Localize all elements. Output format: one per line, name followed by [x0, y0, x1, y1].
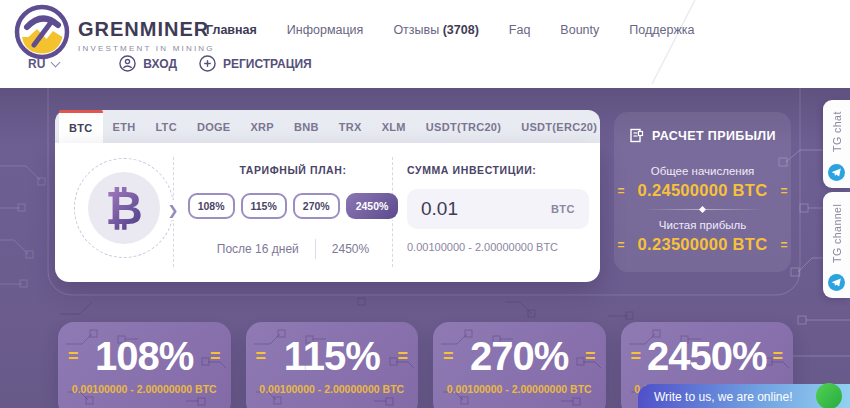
account-row: RU ВХОД РЕГИСТРАЦИЯ	[28, 55, 312, 72]
profit-divider	[643, 209, 763, 210]
card-percent-row: = 115% =	[246, 336, 419, 376]
card-range: 0.00100000 - 2.00000000 BTC	[246, 383, 419, 395]
register-button[interactable]: РЕГИСТРАЦИЯ	[199, 55, 312, 72]
plan-card-270[interactable]: = 270% = 0.00100000 - 2.00000000 BTC	[433, 322, 606, 408]
profit-net-label: Чистая прибыль	[614, 219, 791, 231]
tab-usdt-erc20[interactable]: USDT(ERC20)	[511, 110, 607, 143]
card-range: 0.00100000 - 2.00000000 BTC	[58, 383, 231, 395]
term-divider	[315, 239, 316, 259]
profit-net-value: 0.23500000 BTC	[638, 235, 768, 254]
card-percent: 270%	[454, 336, 585, 376]
amount-currency: BTC	[551, 203, 575, 215]
chevron-right-icon: ❯	[165, 200, 181, 220]
equals-icon: =	[780, 184, 787, 198]
plan-card-108[interactable]: = 108% = 0.00100000 - 2.00000000 BTC	[58, 322, 231, 408]
amount-input-wrap: BTC	[407, 189, 589, 229]
amount-range: 0.00100000 - 2.00000000 BTC	[407, 241, 589, 253]
language-value: RU	[28, 57, 45, 71]
equals-icon: =	[68, 346, 79, 367]
equals-icon: =	[618, 238, 625, 252]
receipt-icon	[629, 128, 644, 143]
plus-circle-icon	[199, 55, 216, 72]
tab-usdt-trc20[interactable]: USDT(TRC20)	[416, 110, 511, 143]
btc-symbol: ₿	[105, 185, 143, 231]
chat-widget[interactable]: Write to us, we are online!	[638, 384, 850, 408]
tab-xrp[interactable]: XRP	[240, 110, 284, 143]
plan-card-115[interactable]: = 115% = 0.00100000 - 2.00000000 BTC	[246, 322, 419, 408]
register-label: РЕГИСТРАЦИЯ	[223, 57, 312, 71]
plan-button-115[interactable]: 115%	[241, 193, 287, 219]
hero-section: BTC ETH LTC DOGE XRP BNB TRX XLM USDT(TR…	[0, 88, 850, 408]
telegram-icon	[828, 274, 845, 291]
term-text: После 16 дней	[217, 242, 299, 256]
nav-item-faq[interactable]: Faq	[509, 23, 531, 37]
btc-coin-icon: ₿	[88, 172, 160, 244]
nav-item-bounty[interactable]: Bounty	[560, 23, 599, 37]
chat-message: Write to us, we are online!	[654, 390, 793, 404]
equals-icon: =	[618, 184, 625, 198]
calculator-body: ₿ ❯ ❯ ТАРИФНЫЙ ПЛАН: 108% 115% 270% 2450…	[55, 143, 600, 282]
profit-title-row: РАСЧЕТ ПРИБЫЛИ	[614, 128, 791, 143]
equals-icon: =	[772, 346, 783, 367]
profit-total-label: Общее начисления	[614, 165, 791, 177]
plan-label: ТАРИФНЫЙ ПЛАН:	[195, 164, 391, 176]
plan-buttons: 108% 115% 270% 2450%	[195, 193, 391, 219]
tab-trx[interactable]: TRX	[329, 110, 372, 143]
main-nav: Главная Информация Отзывы (3708) Faq Bou…	[206, 23, 695, 37]
equals-icon: =	[631, 346, 642, 367]
profit-total-value: 0.24500000 BTC	[638, 181, 768, 200]
logo[interactable]	[14, 4, 70, 60]
chevron-down-icon	[51, 57, 61, 67]
card-range: 0.00100000 - 2.00000000 BTC	[433, 383, 606, 395]
site-header: GRENMINER INVESTMENT IN MINING Главная И…	[0, 0, 850, 84]
tg-chat-tab[interactable]: TG chat	[823, 100, 850, 188]
telegram-icon	[828, 164, 845, 181]
profit-total-row: = 0.24500000 BTC =	[614, 181, 791, 200]
login-label: ВХОД	[143, 57, 177, 71]
plan-button-270[interactable]: 270%	[293, 193, 340, 219]
tg-channel-tab[interactable]: TG channel	[823, 192, 850, 298]
page: КАЛЬКУЛЯТОР НАЧИСЛЕНИЙ GRENMINER INVESTM…	[0, 0, 850, 408]
equals-icon: =	[585, 346, 596, 367]
term-row: После 16 дней 2450%	[195, 239, 391, 259]
tab-btc[interactable]: BTC	[59, 110, 103, 143]
user-icon	[119, 55, 136, 72]
equals-icon: =	[210, 346, 221, 367]
card-percent-row: = 2450% =	[621, 336, 794, 376]
language-selector[interactable]: RU	[28, 57, 59, 71]
coin-tabbar: BTC ETH LTC DOGE XRP BNB TRX XLM USDT(TR…	[55, 110, 600, 143]
tab-eth[interactable]: ETH	[103, 110, 146, 143]
calculator-card: BTC ETH LTC DOGE XRP BNB TRX XLM USDT(TR…	[55, 110, 600, 282]
amount-input[interactable]	[421, 198, 551, 220]
nav-item-home[interactable]: Главная	[206, 23, 257, 37]
card-percent-row: = 270% =	[433, 336, 606, 376]
reviews-count: (3708)	[443, 23, 479, 37]
amount-label: СУММА ИНВЕСТИЦИИ:	[407, 164, 589, 176]
nav-item-reviews[interactable]: Отзывы (3708)	[393, 23, 478, 37]
card-percent: 115%	[266, 336, 397, 376]
tg-channel-label: TG channel	[831, 192, 843, 274]
nav-item-support[interactable]: Поддержка	[629, 23, 694, 37]
logo-icon	[14, 4, 70, 60]
tab-bnb[interactable]: BNB	[284, 110, 329, 143]
tab-xlm[interactable]: XLM	[372, 110, 416, 143]
profit-net-row: = 0.23500000 BTC =	[614, 235, 791, 254]
plan-block: ТАРИФНЫЙ ПЛАН: 108% 115% 270% 2450% Посл…	[195, 143, 391, 282]
profit-panel: РАСЧЕТ ПРИБЫЛИ Общее начисления = 0.2450…	[614, 112, 791, 272]
equals-icon: =	[256, 346, 267, 367]
tab-ltc[interactable]: LTC	[145, 110, 186, 143]
tab-doge[interactable]: DOGE	[187, 110, 241, 143]
logo-title: GRENMINER	[78, 18, 215, 41]
card-percent: 2450%	[641, 336, 772, 376]
plan-button-2450[interactable]: 2450%	[346, 193, 399, 219]
nav-item-information[interactable]: Информация	[287, 23, 364, 37]
plan-button-108[interactable]: 108%	[188, 193, 235, 219]
term-percent: 2450%	[332, 242, 369, 256]
login-button[interactable]: ВХОД	[119, 55, 177, 72]
logo-text: GRENMINER INVESTMENT IN MINING	[78, 18, 215, 53]
equals-icon: =	[780, 238, 787, 252]
card-percent: 108%	[79, 336, 210, 376]
logo-subtitle: INVESTMENT IN MINING	[78, 44, 215, 53]
tg-chat-label: TG chat	[831, 100, 843, 164]
amount-block: СУММА ИНВЕСТИЦИИ: BTC 0.00100000 - 2.000…	[407, 143, 589, 282]
